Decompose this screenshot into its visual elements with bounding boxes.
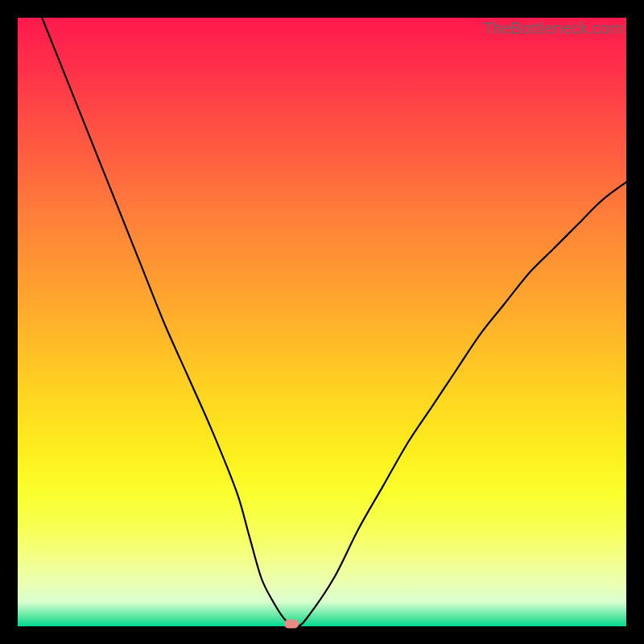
bottleneck-curve [42,18,626,626]
plot-area: TheBottleneck.com [18,18,626,626]
curve-svg [18,18,626,626]
chart-frame: TheBottleneck.com [0,0,644,644]
optimum-marker [284,620,299,629]
